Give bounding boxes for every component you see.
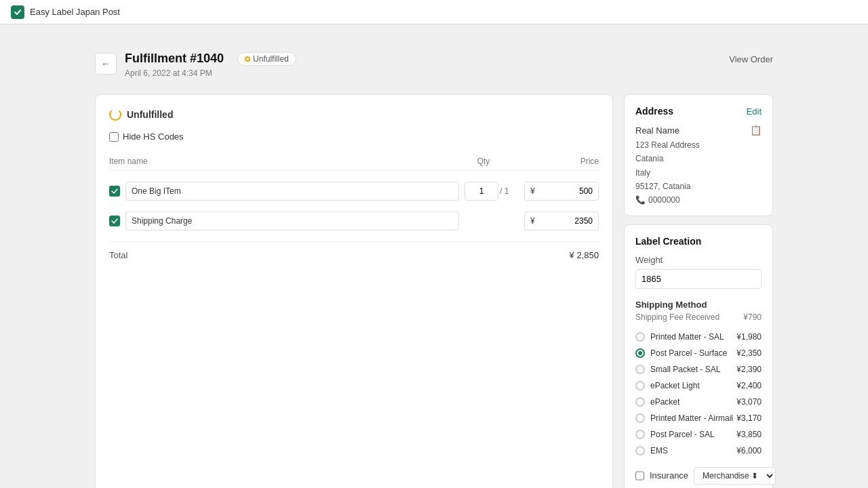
shipping-radio[interactable] xyxy=(635,365,645,374)
page-title: Fulfillment #1040 xyxy=(125,52,224,66)
shipping-option-left: Post Parcel - Surface xyxy=(635,348,727,358)
phone-row: 📞 0000000 xyxy=(635,195,762,205)
address-card-header: Address Edit xyxy=(635,106,762,117)
item-name-input[interactable] xyxy=(125,182,459,201)
shipping-radio[interactable] xyxy=(635,446,645,455)
shipping-option[interactable]: Post Parcel - SAL ¥3,850 xyxy=(635,426,762,443)
insurance-row: Insurance Merchandise ⬍ xyxy=(635,467,762,485)
shipping-option-price: ¥3,170 xyxy=(736,413,762,423)
shipping-option-price: ¥6,000 xyxy=(736,446,762,455)
address-text: 123 Real Address Catania Italy 95127, Ca… xyxy=(635,138,762,194)
shipping-radio[interactable] xyxy=(635,348,645,358)
shipping-option-price: ¥2,390 xyxy=(736,365,762,374)
item-name-input[interactable] xyxy=(125,211,459,230)
shipping-fee-label: Shipping Fee Received xyxy=(635,312,719,322)
page-header: ← Fulfillment #1040 Unfulfilled April 6,… xyxy=(95,52,773,78)
total-amount: ¥ 2,850 xyxy=(570,250,599,260)
items-container: / 1 ¥ ¥ xyxy=(109,176,599,236)
total-label: Total xyxy=(109,250,127,260)
address-card-title: Address xyxy=(635,106,673,117)
edit-address-link[interactable]: Edit xyxy=(747,106,762,117)
shipping-option-label: ePacket xyxy=(650,397,679,407)
shipping-option-left: Small Packet - SAL xyxy=(635,365,720,374)
price-currency: ¥ xyxy=(530,216,535,226)
hide-hs-checkbox[interactable] xyxy=(109,132,119,142)
weight-input[interactable] xyxy=(636,270,761,288)
shipping-option-left: ePacket Light xyxy=(635,381,700,390)
label-card-title: Label Creation xyxy=(635,236,762,247)
col-header-qty: Qty xyxy=(450,157,517,166)
shipping-option-left: EMS xyxy=(635,446,668,455)
shipping-option-label: Printed Matter - Airmail xyxy=(650,413,733,423)
view-order-link[interactable]: View Order xyxy=(729,54,773,64)
insurance-label: Insurance xyxy=(650,470,688,481)
price-field: ¥ xyxy=(524,182,599,201)
shipping-option-left: Printed Matter - Airmail xyxy=(635,413,733,423)
hide-hs-label: Hide HS Codes xyxy=(123,131,184,142)
address-zip-city: 95127, Catania xyxy=(635,180,762,193)
phone-number: 0000000 xyxy=(648,195,680,205)
right-panel: Address Edit Real Name 📋 123 Real Addres… xyxy=(624,94,773,488)
shipping-option[interactable]: Small Packet - SAL ¥2,390 xyxy=(635,361,762,378)
address-street: 123 Real Address xyxy=(635,138,762,152)
shipping-option[interactable]: Post Parcel - Surface ¥2,350 xyxy=(635,345,762,361)
price-input[interactable] xyxy=(538,216,593,226)
back-button[interactable]: ← xyxy=(95,53,117,75)
phone-icon: 📞 xyxy=(635,195,646,205)
shipping-option-price: ¥2,400 xyxy=(736,381,762,390)
total-value: 2,850 xyxy=(576,250,599,260)
section-title: Unfulfilled xyxy=(109,108,599,121)
shipping-option-label: ePacket Light xyxy=(650,381,700,390)
app-title: Easy Label Japan Post xyxy=(30,7,120,17)
item-checkbox[interactable] xyxy=(109,216,120,226)
topbar: Easy Label Japan Post xyxy=(0,0,868,24)
section-title-text: Unfulfilled xyxy=(127,109,173,120)
page-content: ← Fulfillment #1040 Unfulfilled April 6,… xyxy=(0,24,868,488)
items-table: Item name Qty Price / 1 ¥ xyxy=(109,152,599,268)
shipping-option[interactable]: Printed Matter - SAL ¥1,980 xyxy=(635,329,762,345)
shipping-option-price: ¥3,850 xyxy=(736,430,762,439)
merchandise-select[interactable]: Merchandise ⬍ xyxy=(694,467,776,485)
item-checkbox[interactable] xyxy=(109,186,120,197)
table-row: ¥ xyxy=(109,206,599,236)
table-row: / 1 ¥ xyxy=(109,176,599,206)
shipping-option[interactable]: ePacket Light ¥2,400 xyxy=(635,378,762,394)
items-header: Item name Qty Price xyxy=(109,152,599,171)
main-layout: Unfulfilled Hide HS Codes Item name Qty … xyxy=(95,94,773,488)
shipping-option-price: ¥1,980 xyxy=(736,332,762,342)
weight-input-row: g xyxy=(635,269,762,289)
price-field: ¥ xyxy=(524,211,599,230)
hide-hs-row: Hide HS Codes xyxy=(109,131,599,142)
spinner-icon xyxy=(109,108,121,121)
insurance-checkbox[interactable] xyxy=(635,471,644,481)
page-header-left: ← Fulfillment #1040 Unfulfilled April 6,… xyxy=(95,52,296,78)
shipping-radio[interactable] xyxy=(635,430,645,439)
left-panel: Unfulfilled Hide HS Codes Item name Qty … xyxy=(95,94,613,488)
qty-input[interactable] xyxy=(465,182,498,201)
shipping-radio[interactable] xyxy=(635,413,645,423)
shipping-option-label: Printed Matter - SAL xyxy=(650,332,724,342)
shipping-fee-row: Shipping Fee Received ¥790 xyxy=(635,312,762,322)
shipping-option[interactable]: ePacket ¥3,070 xyxy=(635,394,762,410)
shipping-radio[interactable] xyxy=(635,397,645,407)
copy-icon[interactable]: 📋 xyxy=(750,125,762,136)
status-dot xyxy=(245,56,250,62)
shipping-option[interactable]: EMS ¥6,000 xyxy=(635,443,762,459)
col-header-name: Item name xyxy=(109,157,450,166)
shipping-option-label: EMS xyxy=(650,446,668,455)
shipping-radio[interactable] xyxy=(635,381,645,390)
status-text: Unfulfilled xyxy=(253,54,289,64)
shipping-option-label: Post Parcel - SAL xyxy=(650,430,715,439)
address-city: Catania xyxy=(635,152,762,165)
shipping-option-price: ¥2,350 xyxy=(736,348,762,358)
page-title-block: Fulfillment #1040 Unfulfilled April 6, 2… xyxy=(125,52,296,78)
address-card: Address Edit Real Name 📋 123 Real Addres… xyxy=(624,94,773,216)
shipping-options: Printed Matter - SAL ¥1,980 Post Parcel … xyxy=(635,329,762,459)
qty-field: / 1 xyxy=(465,182,519,201)
shipping-option[interactable]: Printed Matter - Airmail ¥3,170 xyxy=(635,410,762,426)
label-card: Label Creation Weight g Shipping Method … xyxy=(624,224,773,488)
price-input[interactable] xyxy=(538,186,593,196)
col-header-price: Price xyxy=(517,157,599,166)
shipping-radio[interactable] xyxy=(635,332,645,342)
shipping-option-left: Printed Matter - SAL xyxy=(635,332,724,342)
